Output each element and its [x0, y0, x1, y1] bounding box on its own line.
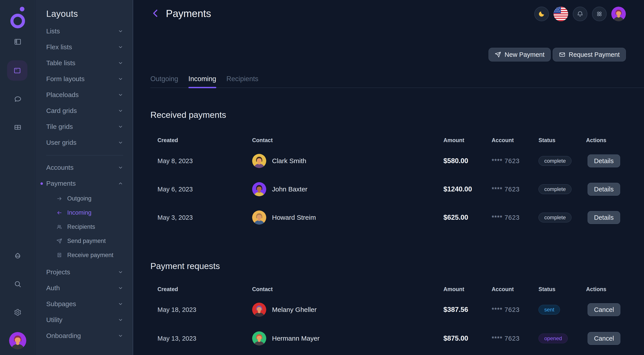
cell-status: complete	[538, 175, 586, 203]
contact-avatar	[252, 182, 266, 196]
column-header-status: Status	[538, 133, 586, 147]
bell-icon	[576, 10, 584, 17]
chevron-down-icon	[118, 60, 124, 66]
sidebar-item-receive-payment[interactable]: Receive payment	[36, 248, 133, 262]
sidebar-item-incoming[interactable]: Incoming	[36, 206, 133, 220]
sidebar-item-flex-lists[interactable]: Flex lists	[36, 39, 133, 55]
user-avatar[interactable]	[9, 332, 26, 349]
topbar	[534, 7, 626, 21]
rail-item-layouts-active[interactable]	[7, 60, 28, 81]
sidebar-nav-mid: Accounts Payments	[36, 160, 133, 191]
back-button[interactable]	[150, 7, 161, 19]
cell-contact: Clark Smith	[252, 147, 444, 175]
details-button[interactable]: Details	[588, 211, 620, 224]
sidebar-item-placeloads[interactable]: Placeloads	[36, 87, 133, 103]
moon-icon	[538, 10, 545, 17]
status-badge: complete	[538, 213, 572, 222]
search-icon[interactable]	[14, 280, 22, 288]
request-payment-button[interactable]: Request Payment	[553, 48, 626, 61]
mail-icon	[559, 51, 566, 58]
sidebar-item-form-layouts[interactable]: Form layouts	[36, 71, 133, 87]
cell-actions: Details	[586, 175, 633, 203]
chevron-down-icon	[118, 285, 124, 291]
cell-amount: $580.00	[444, 147, 492, 175]
sidebar-item-projects[interactable]: Projects	[36, 264, 133, 280]
tab-outgoing[interactable]: Outgoing	[150, 70, 178, 87]
gear-icon[interactable]	[14, 308, 22, 316]
contact-name: Hermann Mayer	[272, 335, 320, 342]
notifications-button[interactable]	[573, 7, 588, 21]
cell-amount: $387.56	[444, 295, 492, 324]
new-payment-button[interactable]: New Payment	[488, 48, 551, 61]
cell-account: **** 7623	[492, 175, 538, 203]
users-icon	[56, 224, 62, 230]
chevron-down-icon	[118, 124, 124, 129]
database-icon[interactable]	[14, 252, 22, 260]
sidebar-item-onboarding[interactable]: Onboarding	[36, 328, 133, 344]
arrow-left-icon	[56, 210, 62, 216]
chevron-down-icon	[118, 301, 124, 307]
language-button[interactable]	[554, 7, 568, 21]
logo-icon[interactable]	[9, 6, 26, 29]
theme-toggle-button[interactable]	[534, 7, 549, 21]
sidebar-panel-icon[interactable]	[14, 38, 22, 46]
sidebar-divider	[46, 155, 123, 155]
cell-created: May 18, 2023	[150, 295, 252, 324]
cell-account: **** 7623	[492, 147, 538, 175]
status-badge: complete	[538, 184, 572, 194]
sidebar-item-accounts[interactable]: Accounts	[36, 160, 133, 176]
cancel-button[interactable]: Cancel	[588, 332, 620, 345]
cell-status: opened	[538, 324, 586, 353]
sidebar-item-recipients[interactable]: Recipients	[36, 220, 133, 234]
details-button[interactable]: Details	[588, 154, 620, 167]
sidebar-item-card-grids[interactable]: Card grids	[36, 103, 133, 119]
received-payments-table: Created Contact Amount Account Status Ac…	[150, 133, 633, 232]
main-content: Payments	[133, 0, 644, 355]
receipt-icon	[56, 252, 62, 258]
sidebar-item-user-grids[interactable]: User grids	[36, 135, 133, 151]
cancel-button[interactable]: Cancel	[588, 303, 620, 316]
contact-avatar	[252, 331, 266, 346]
tab-recipients[interactable]: Recipients	[226, 70, 258, 87]
cell-actions: Details	[586, 203, 633, 232]
sidebar-item-payments[interactable]: Payments	[36, 176, 133, 191]
sidebar-item-subpages[interactable]: Subpages	[36, 296, 133, 312]
grid-icon[interactable]	[14, 123, 22, 131]
column-header-actions: Actions	[586, 133, 633, 147]
chevron-down-icon	[118, 92, 124, 98]
cell-created: May 13, 2023	[150, 324, 252, 353]
column-header-contact: Contact	[252, 283, 444, 295]
contact-avatar	[252, 210, 266, 225]
sidebar-item-send-payment[interactable]: Send payment	[36, 234, 133, 248]
apps-icon	[596, 10, 603, 17]
contact-name: John Baxter	[272, 185, 308, 193]
sidebar-nav-top: Lists Flex lists Table lists Form layout…	[36, 23, 133, 151]
sidebar-item-outgoing[interactable]: Outgoing	[36, 191, 133, 206]
received-payments-heading: Received payments	[150, 110, 226, 120]
cell-account: **** 7623	[492, 203, 538, 232]
status-badge: opened	[538, 334, 568, 343]
chevron-down-icon	[118, 108, 124, 114]
cell-contact: Howard Streim	[252, 203, 444, 232]
icon-rail	[0, 0, 36, 355]
sidebar-item-utility[interactable]: Utility	[36, 312, 133, 328]
payment-requests-heading: Payment requests	[150, 261, 220, 271]
sidebar-item-lists[interactable]: Lists	[36, 23, 133, 39]
sidebar-item-tile-grids[interactable]: Tile grids	[36, 119, 133, 135]
details-button[interactable]: Details	[588, 183, 620, 196]
apps-button[interactable]	[592, 7, 606, 21]
cell-status: sent	[538, 295, 586, 324]
sidebar-item-auth[interactable]: Auth	[36, 280, 133, 296]
cell-created: May 8, 2023	[150, 147, 252, 175]
sidebar-payments-children: Outgoing Incoming Recipients Send paymen…	[36, 191, 133, 262]
cell-actions: Details	[586, 147, 633, 175]
user-avatar[interactable]	[611, 7, 626, 21]
tab-incoming[interactable]: Incoming	[188, 70, 216, 87]
cell-account: **** 7623	[492, 324, 538, 353]
sidebar-item-table-lists[interactable]: Table lists	[36, 55, 133, 71]
status-badge: complete	[538, 156, 572, 166]
sidebar: Layouts Lists Flex lists Table lists For…	[36, 0, 133, 355]
contact-avatar	[252, 303, 266, 317]
chat-icon[interactable]	[14, 95, 22, 103]
sidebar-nav-bottom: Projects Auth Subpages Utility Onboardin…	[36, 264, 133, 344]
